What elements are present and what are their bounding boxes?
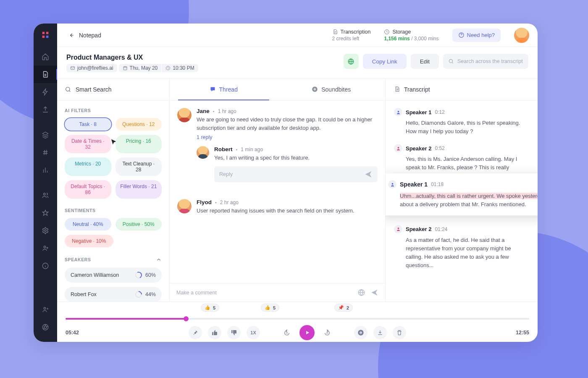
filter-pill[interactable]: Questions · 12 <box>116 118 162 131</box>
back-button[interactable] <box>66 30 76 40</box>
soundbite-button[interactable] <box>354 326 368 339</box>
nav-hash[interactable] <box>34 144 57 161</box>
meeting-title: Product Managers & UX <box>66 54 198 61</box>
speaker-row[interactable]: Robert Fox 44% <box>65 287 162 302</box>
avatar <box>197 146 209 159</box>
svg-text:15: 15 <box>286 332 288 334</box>
sentiment-positive[interactable]: Positive · 50% <box>116 218 162 231</box>
reply-link[interactable]: 1 reply <box>197 134 378 140</box>
storage-stat: Storage 1,156 mins / 3,000 mins <box>384 29 438 42</box>
avatar <box>177 108 192 122</box>
nav-chart[interactable] <box>34 161 57 179</box>
svg-text:15: 15 <box>326 332 328 334</box>
edit-button[interactable]: Edit <box>411 54 439 69</box>
tab-thread[interactable]: Thread <box>170 79 278 100</box>
globe-icon[interactable] <box>357 289 365 297</box>
transcript-search-input[interactable] <box>457 58 523 64</box>
reaction-thumbs-up[interactable]: 👍 5 <box>261 304 279 312</box>
nav-notes[interactable] <box>34 66 57 83</box>
avatar <box>177 199 192 213</box>
thumbs-up-button[interactable] <box>208 326 221 339</box>
reaction-pin[interactable]: 📌 2 <box>334 304 353 312</box>
transcript-row[interactable]: Speaker 10:12 Hello, Diamonds Galore, th… <box>386 108 538 144</box>
nav-upload[interactable] <box>34 101 57 118</box>
forward-15-button[interactable]: 15 <box>320 326 334 339</box>
sentiments-heading: SENTIMENTS <box>65 208 162 213</box>
topbar: Notepad Transcription 2 credits left Sto… <box>57 24 538 47</box>
svg-rect-29 <box>361 332 362 333</box>
nav-star[interactable] <box>34 204 57 222</box>
transcript-search[interactable] <box>443 54 528 69</box>
svg-rect-27 <box>360 332 360 333</box>
svg-rect-10 <box>123 67 127 70</box>
sidebar <box>34 24 57 342</box>
copy-link-button[interactable]: Copy Link <box>363 54 407 69</box>
comment-input[interactable] <box>176 290 352 296</box>
title-row: Product Managers & UX john@fireflies.ai … <box>57 47 538 79</box>
filter-pill[interactable]: Text Cleanup · 28 <box>116 158 162 176</box>
svg-rect-28 <box>360 331 361 334</box>
chevron-up-icon[interactable] <box>156 257 162 262</box>
progress-bar[interactable] <box>66 318 529 320</box>
panel-thread: Thread Soundbites Jane•1 hr ago We are g… <box>170 79 386 302</box>
panel-transcript: Transcript Speaker 10:12 Hello, Diamonds… <box>386 79 538 302</box>
speaker-dot <box>394 144 402 152</box>
nav-info[interactable] <box>34 257 57 275</box>
svg-point-4 <box>44 307 46 310</box>
nav-home[interactable] <box>34 48 57 66</box>
breadcrumb[interactable]: Notepad <box>79 32 101 39</box>
play-button[interactable] <box>299 325 315 340</box>
rewind-15-button[interactable]: 15 <box>280 326 294 339</box>
svg-rect-18 <box>315 89 316 90</box>
nav-settings[interactable] <box>34 222 57 239</box>
svg-point-1 <box>45 230 47 232</box>
transcription-stat: Transcription 2 credits left <box>332 29 371 42</box>
filter-pill[interactable]: Metrics · 20 <box>65 158 111 176</box>
filter-pill[interactable]: Date & Times · 32 <box>65 135 111 153</box>
send-icon[interactable] <box>364 170 373 178</box>
sentiment-neutral[interactable]: Neutral · 40% <box>65 218 111 231</box>
nav-invite[interactable] <box>34 239 57 257</box>
delete-button[interactable] <box>393 326 406 339</box>
time-chip: 10:30 PM <box>162 64 198 72</box>
thread-post: Jane•1 hr ago We are going to need video… <box>177 108 378 191</box>
globe-button[interactable] <box>344 54 359 69</box>
send-icon[interactable] <box>370 289 378 297</box>
filter-pill[interactable]: Task · 8 <box>65 118 111 131</box>
time-total: 12:55 <box>504 330 529 336</box>
speaker-row[interactable]: Cameron Williamson 60% <box>65 268 162 283</box>
smart-search[interactable]: Smart Search <box>57 79 169 100</box>
transcript-row-active[interactable]: Speaker 101:18 Uhm...actually, this call… <box>386 173 538 215</box>
user-avatar[interactable] <box>514 28 529 43</box>
nav-people[interactable] <box>34 186 57 204</box>
nav-bolt[interactable] <box>34 83 57 101</box>
transcript-row[interactable]: Speaker 201:24 As a matter of fact, he d… <box>386 225 538 278</box>
filter-pill[interactable]: Filler Words · 21 <box>116 180 162 199</box>
speakers-heading: SPEAKERS <box>65 257 162 262</box>
svg-point-23 <box>397 228 399 229</box>
svg-rect-16 <box>314 89 314 90</box>
reaction-thumbs-up[interactable]: 👍 5 <box>201 304 219 312</box>
panel-filters: Smart Search AI FILTERS Task · 8Question… <box>57 79 170 302</box>
reply-box[interactable] <box>214 166 378 182</box>
filter-pill[interactable]: Default Topics · 86 <box>65 180 111 199</box>
logo <box>40 29 51 40</box>
nav-chrome[interactable] <box>34 318 57 336</box>
help-button[interactable]: Need help? <box>452 29 501 42</box>
speed-button[interactable]: 1X <box>247 326 260 339</box>
download-button[interactable] <box>373 326 387 339</box>
svg-point-20 <box>397 110 399 112</box>
nav-add-user[interactable] <box>34 301 57 318</box>
tab-soundbites[interactable]: Soundbites <box>278 79 386 100</box>
nav-layers[interactable] <box>34 126 57 144</box>
sentiment-negative[interactable]: Negative · 10% <box>65 235 113 247</box>
thread-post: Flyod•2 hr ago User reported having issu… <box>177 199 378 215</box>
svg-point-13 <box>449 59 452 63</box>
svg-point-2 <box>44 246 46 248</box>
comment-bar <box>170 283 385 302</box>
thumbs-down-button[interactable] <box>227 326 241 339</box>
filter-pill[interactable]: Pricing · 16 <box>116 135 162 153</box>
speaker-dot <box>388 180 396 189</box>
reply-input[interactable] <box>219 171 364 177</box>
pin-button[interactable] <box>189 326 202 339</box>
